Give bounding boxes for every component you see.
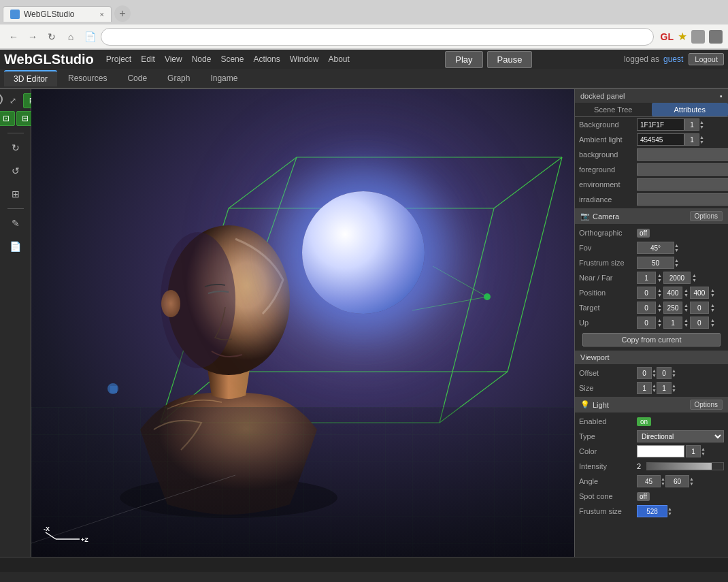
pz-dn[interactable]: ▼	[710, 293, 715, 297]
background-num-input[interactable]	[684, 118, 699, 131]
camera-section-header[interactable]: 📷 Camera Options	[575, 208, 728, 224]
grid-button-2[interactable]: ⊡	[0, 111, 15, 126]
play-button[interactable]: Play	[445, 51, 482, 68]
forward-button[interactable]: →	[24, 29, 41, 45]
env-env-input[interactable]	[637, 178, 728, 191]
url-bar[interactable]	[101, 28, 654, 46]
amb-up-arrow[interactable]: ▲	[699, 135, 704, 140]
pos-y-input[interactable]	[663, 287, 682, 299]
up-z-input[interactable]	[690, 317, 709, 329]
bg-down-arrow[interactable]: ▼	[699, 125, 704, 129]
oy-dn[interactable]: ▼	[672, 373, 676, 378]
uz-up[interactable]: ▲	[710, 318, 715, 323]
fov-down-arrow[interactable]: ▼	[674, 248, 679, 253]
uy-up[interactable]: ▲	[684, 318, 689, 323]
pz-up[interactable]: ▲	[710, 288, 715, 293]
light-color-swatch[interactable]	[637, 445, 684, 457]
spot-cone-badge[interactable]: off	[637, 492, 650, 501]
logout-button[interactable]: Logout	[689, 53, 724, 65]
bg-env-input[interactable]	[637, 148, 728, 161]
home-button[interactable]: ⌂	[63, 29, 79, 45]
fov-up-arrow[interactable]: ▲	[674, 243, 679, 248]
tz-dn[interactable]: ▼	[710, 308, 715, 312]
ortho-value[interactable]: off	[637, 229, 650, 238]
far-up-arrow[interactable]: ▲	[692, 273, 697, 278]
px-dn[interactable]: ▼	[657, 293, 662, 297]
py-up[interactable]: ▲	[684, 288, 689, 293]
light-options-button[interactable]: Options	[690, 400, 723, 410]
panel-collapse-icon[interactable]: ▪	[720, 92, 723, 100]
uy-dn[interactable]: ▼	[684, 323, 689, 327]
page-button[interactable]: 📄	[82, 29, 98, 45]
pause-button[interactable]: Pause	[487, 51, 533, 68]
lf-up[interactable]: ▲	[667, 506, 672, 511]
amb-down-arrow[interactable]: ▼	[699, 140, 704, 144]
scene-tree-tab[interactable]: Scene Tree	[575, 103, 652, 116]
menu-edit[interactable]: Edit	[137, 52, 159, 67]
tx-up[interactable]: ▲	[657, 303, 662, 308]
viewport[interactable]: -X +Z	[31, 89, 574, 557]
menu-project[interactable]: Project	[102, 52, 135, 67]
uz-dn[interactable]: ▼	[710, 323, 715, 327]
fov-input[interactable]	[637, 242, 674, 254]
lc-dn[interactable]: ▼	[701, 451, 706, 456]
sy-up[interactable]: ▲	[672, 383, 676, 388]
tx-dn[interactable]: ▼	[657, 308, 662, 312]
tgt-z-input[interactable]	[690, 302, 709, 314]
tab-3d-editor[interactable]: 3D Editor	[4, 70, 57, 86]
browser-tab[interactable]: WebGLStudio ×	[3, 6, 112, 22]
background-color-input[interactable]	[637, 118, 684, 131]
angle-val1-input[interactable]	[637, 475, 661, 487]
pos-z-input[interactable]	[690, 287, 709, 299]
far-input[interactable]	[663, 272, 691, 284]
tgt-y-input[interactable]	[663, 302, 682, 314]
near-up-arrow[interactable]: ▲	[657, 273, 662, 278]
frustrum-size-input[interactable]	[637, 257, 674, 269]
zoom-tool[interactable]: ⊞	[5, 184, 26, 204]
circle-tool-button[interactable]	[0, 93, 3, 106]
near-input[interactable]	[637, 272, 656, 284]
extension-icon-1[interactable]	[691, 30, 705, 44]
light-color-num[interactable]	[686, 445, 701, 457]
menu-node[interactable]: Node	[188, 52, 216, 67]
sx-dn[interactable]: ▼	[652, 388, 657, 393]
tgt-x-input[interactable]	[637, 302, 656, 314]
up-x-input[interactable]	[637, 317, 656, 329]
offset-x-input[interactable]	[637, 367, 652, 379]
tab-close-button[interactable]: ×	[100, 10, 104, 18]
sy-dn[interactable]: ▼	[672, 388, 676, 393]
document-tool[interactable]: 📄	[5, 236, 26, 257]
ux-dn[interactable]: ▼	[657, 323, 662, 327]
transform-tool-button[interactable]: ⤢	[4, 93, 22, 108]
tab-code[interactable]: Code	[118, 71, 156, 86]
a1-dn[interactable]: ▼	[661, 481, 665, 486]
near-down-arrow[interactable]: ▼	[657, 278, 662, 282]
ty-dn[interactable]: ▼	[684, 308, 689, 312]
tab-ingame[interactable]: Ingame	[201, 71, 247, 86]
fg-env-input[interactable]	[637, 163, 728, 176]
a2-dn[interactable]: ▼	[689, 481, 694, 486]
camera-options-button[interactable]: Options	[690, 211, 723, 221]
extension-icon-2[interactable]	[709, 30, 723, 44]
ox-up[interactable]: ▲	[652, 368, 657, 373]
py-dn[interactable]: ▼	[684, 293, 689, 297]
px-up[interactable]: ▲	[657, 288, 662, 293]
ty-up[interactable]: ▲	[684, 303, 689, 308]
a1-up[interactable]: ▲	[661, 476, 665, 481]
refresh-button[interactable]: ↻	[44, 29, 60, 45]
menu-view[interactable]: View	[161, 52, 186, 67]
a2-up[interactable]: ▲	[689, 476, 694, 481]
light-frustrum-input[interactable]	[637, 505, 667, 517]
intensity-bar[interactable]	[646, 462, 724, 470]
menu-actions[interactable]: Actions	[249, 52, 284, 67]
light-section-header[interactable]: 💡 Light Options	[575, 397, 728, 413]
fs-up-arrow[interactable]: ▲	[674, 258, 679, 263]
attributes-tab[interactable]: Attributes	[652, 103, 729, 116]
back-button[interactable]: ←	[5, 29, 22, 45]
up-y-input[interactable]	[663, 317, 682, 329]
sx-up[interactable]: ▲	[652, 383, 657, 388]
light-type-select[interactable]: Directional	[637, 430, 724, 442]
copy-from-current-button[interactable]: Copy from current	[582, 333, 721, 346]
viewport-section-header[interactable]: Viewport	[575, 351, 728, 364]
lf-dn[interactable]: ▼	[667, 511, 672, 516]
